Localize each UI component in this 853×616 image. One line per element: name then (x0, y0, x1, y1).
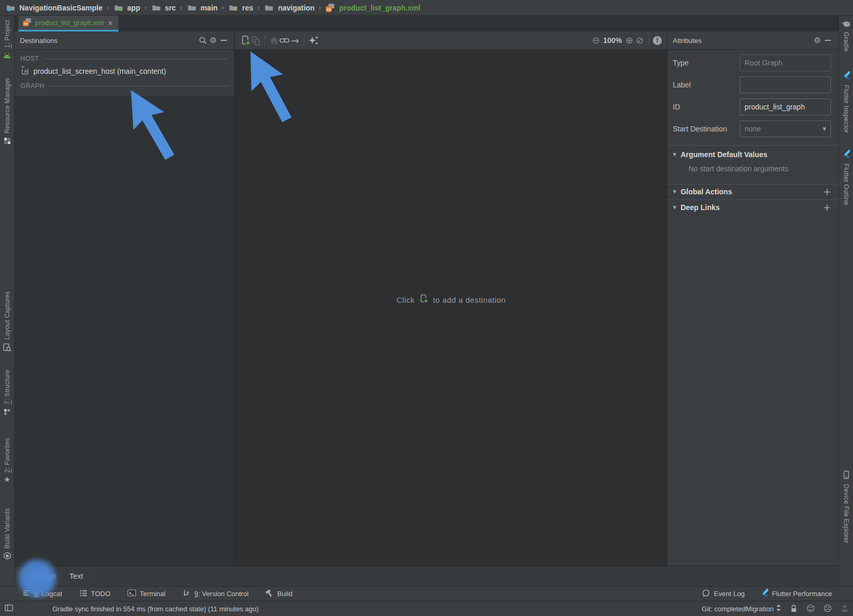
add-destination-icon[interactable] (240, 35, 250, 46)
click-highlight-design-tab (16, 557, 58, 599)
destinations-panel-header: Destinations ⚙ (15, 31, 235, 49)
structure-icon (3, 408, 12, 417)
breadcrumb-item-src[interactable]: src (165, 4, 176, 12)
breadcrumb-item-app[interactable]: app (127, 4, 140, 12)
nested-graph-icon[interactable] (250, 35, 261, 46)
global-actions-section-header[interactable]: ▼ Global Actions + (668, 184, 838, 199)
toolwindow-label: Build Variants (4, 508, 11, 548)
toolwindow-key: 2 (4, 469, 11, 472)
toolwindow-label: Device File Explorer (843, 484, 850, 543)
minimize-icon[interactable] (823, 35, 833, 46)
add-global-action-icon[interactable]: + (823, 187, 831, 196)
auto-arrange-icon[interactable] (308, 35, 319, 46)
toolbar-separator (304, 35, 304, 46)
toolwindow-button-resource-manager[interactable]: Resource Manager (0, 78, 14, 147)
toolwindow-label: Resource Manager (4, 78, 11, 134)
destinations-panel: HOST A product_list_screen_host (main_co… (15, 50, 235, 566)
toolwindow-button-flutter-performance[interactable]: Flutter Performance (760, 589, 832, 599)
gear-icon[interactable]: ⚙ (208, 35, 218, 46)
deep-links-section-header[interactable]: ▼ Deep Links + (668, 200, 838, 214)
breadcrumb-item-file[interactable]: product_list_graph.xml (339, 4, 420, 12)
gear-icon[interactable]: ⚙ (812, 35, 823, 46)
sad-face-icon[interactable]: ☹ (823, 604, 832, 613)
tab-product-list-graph[interactable]: <> product_list_graph.xml × (18, 16, 118, 31)
toolwindow-key: 1 (4, 45, 11, 48)
breadcrumb-separator-icon: › (106, 3, 110, 13)
start-destination-field-label: Start Destination (673, 125, 740, 133)
toolwindow-label: Layout Captures (4, 291, 11, 340)
android-icon (3, 51, 12, 61)
host-list-item[interactable]: A product_list_screen_host (main_content… (15, 64, 234, 78)
toolwindow-label: : Favorites (4, 438, 11, 469)
toolwindow-button-flutter-outline[interactable]: Flutter Outline (839, 150, 853, 205)
toolwindow-button-project[interactable]: 1: Project (0, 20, 14, 61)
project-folder-icon (5, 3, 16, 13)
breadcrumb-item-main[interactable]: main (201, 4, 218, 12)
zoom-out-icon[interactable]: ⊖ (590, 35, 601, 46)
toolwindow-button-flutter-inspector[interactable]: Flutter Inspector (839, 71, 853, 133)
zoom-in-icon[interactable]: ⊕ (624, 35, 635, 46)
collapse-icon: ▼ (673, 205, 676, 210)
toolwindow-button-build-variants[interactable]: Build Variants (0, 508, 14, 562)
id-field[interactable]: product_list_graph (740, 98, 831, 115)
toolwindow-button-gradle[interactable]: Gradle (839, 20, 853, 52)
smiley-face-icon[interactable]: ☺ (806, 604, 815, 613)
tab-text[interactable]: Text (63, 566, 90, 586)
toolwindow-button-favorites[interactable]: 2: Favorites ★ (0, 438, 14, 483)
svg-text:A: A (24, 69, 28, 74)
toolwindow-label: Flutter Outline (843, 163, 850, 205)
unlock-icon[interactable] (790, 604, 798, 614)
close-icon[interactable]: × (107, 19, 114, 27)
status-message[interactable]: Gradle sync finished in 554 ms (from cac… (52, 605, 259, 613)
navigation-graph-canvas[interactable]: Click to add a destination (235, 50, 668, 566)
attribute-row-start-destination: Start Destination none ▼ (673, 120, 831, 138)
git-branch-label: Git: completedMigration (702, 605, 773, 613)
destinations-panel-title: Destinations (20, 37, 58, 45)
label-field[interactable] (740, 76, 831, 93)
folder-icon (151, 3, 161, 13)
toolwindow-button-structure[interactable]: 7: Structure (0, 370, 14, 417)
toolwindow-button-event-log[interactable]: Event Log (702, 589, 745, 599)
link-icon[interactable] (279, 35, 290, 46)
nav-host-icon: A (21, 65, 29, 76)
argument-defaults-section-header[interactable]: ▼ Argument Default Values (668, 146, 838, 159)
breadcrumb-item-res[interactable]: res (242, 4, 253, 12)
warnings-icon[interactable]: ! (653, 36, 662, 45)
toolwindow-button-device-file-explorer[interactable]: Device File Explorer (839, 470, 853, 543)
warning-glyph: ! (656, 37, 659, 44)
start-destination-dropdown[interactable]: none ▼ (740, 120, 831, 137)
attribute-row-id: ID product_list_graph (673, 98, 831, 116)
add-destination-icon (419, 294, 428, 305)
home-icon[interactable] (269, 35, 279, 46)
type-field-label: Type (673, 59, 740, 67)
version-control-icon (182, 589, 191, 599)
toolwindow-button-build[interactable]: Build (265, 589, 292, 599)
toolwindow-label: : Structure (4, 370, 11, 401)
toolwindow-button-terminal[interactable]: Terminal (127, 589, 166, 599)
add-deep-link-icon[interactable]: + (823, 203, 831, 212)
action-arrow-icon[interactable]: → (290, 35, 300, 46)
zoom-to-fit-icon[interactable]: ⊘ (635, 35, 645, 46)
toolwindow-label: Event Log (714, 590, 745, 598)
git-branch-widget[interactable]: Git: completedMigration (702, 604, 781, 613)
breadcrumb-item-navigation[interactable]: navigation (278, 4, 314, 12)
attributes-panel: Type Root Graph Label ID product_list_gr… (668, 50, 838, 566)
toolwindow-button-version-control[interactable]: 9: Version Control (182, 589, 248, 599)
bottom-toolwindow-bar: 6: Logcat TODO Terminal 9: Version Contr… (0, 586, 853, 601)
toolwindow-toggle-icon[interactable] (4, 603, 14, 614)
breadcrumb-separator-icon: › (144, 3, 147, 13)
attributes-panel-title: Attributes (673, 37, 702, 45)
deep-links-title: Deep Links (681, 203, 720, 212)
minimize-icon[interactable] (218, 35, 229, 46)
toolwindow-key: 7 (4, 401, 11, 404)
res-folder-icon (228, 3, 238, 13)
todo-list-icon (79, 589, 88, 599)
toolwindow-button-layout-captures[interactable]: Layout Captures (0, 291, 14, 354)
breadcrumb-item-project[interactable]: NavigationBasicSample (19, 4, 103, 12)
breadcrumb-separator-icon: › (180, 3, 183, 13)
toolwindow-button-todo[interactable]: TODO (79, 589, 111, 599)
toolwindow-label: TODO (91, 590, 111, 598)
search-icon[interactable] (198, 35, 208, 46)
collapse-icon: ▼ (673, 189, 676, 194)
host-item-label: product_list_screen_host (main_content) (34, 67, 166, 75)
